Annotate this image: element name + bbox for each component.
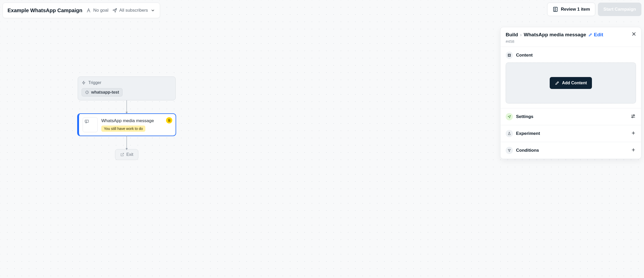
close-button[interactable]: [631, 31, 636, 38]
panel-subtitle: #458: [506, 39, 636, 44]
section-settings: Settings: [500, 108, 641, 125]
sliders-icon: [630, 113, 636, 120]
chevron-down-icon: [151, 8, 155, 13]
section-experiment-title: Experiment: [516, 131, 628, 136]
section-settings-title: Settings: [516, 114, 627, 119]
section-content: Content Add Content: [500, 47, 641, 108]
edit-label: Edit: [594, 32, 603, 38]
start-label: Start Campaign: [603, 7, 636, 12]
trigger-tag-label: whatsapp-test: [91, 90, 119, 95]
checklist-icon: [553, 6, 558, 12]
review-button[interactable]: Review 1 item: [547, 3, 595, 16]
breadcrumb-root[interactable]: Build: [506, 32, 518, 38]
review-label: Review 1 item: [561, 7, 590, 12]
flag-icon: [86, 8, 91, 13]
frame-icon: [506, 52, 513, 59]
details-panel: Build › WhatsApp media message Edit #458…: [500, 27, 641, 159]
connector: [78, 136, 176, 149]
campaign-title[interactable]: Example WhatsApp Campaign: [8, 8, 82, 13]
goal-label: No goal: [93, 8, 109, 13]
exit-node[interactable]: Exit: [115, 149, 138, 160]
exit-icon: [120, 152, 124, 157]
campaign-header: Example WhatsApp Campaign No goal All su…: [3, 3, 160, 18]
status-badge: [166, 117, 172, 123]
svg-point-24: [632, 116, 633, 118]
trigger-node[interactable]: Trigger whatsapp-test: [78, 77, 176, 100]
section-settings-head[interactable]: Settings: [506, 113, 636, 120]
audience-label: All subscribers: [119, 8, 148, 13]
document-icon: [168, 119, 171, 122]
flow-graph: Trigger whatsapp-test WhatsApp media mes…: [78, 77, 176, 160]
svg-marker-3: [82, 81, 85, 84]
exit-label: Exit: [126, 152, 133, 157]
edit-link[interactable]: Edit: [588, 32, 603, 38]
audience-selector[interactable]: All subscribers: [112, 8, 155, 13]
section-content-title: Content: [516, 53, 636, 58]
section-conditions-title: Conditions: [516, 148, 628, 153]
svg-marker-27: [508, 149, 510, 152]
plus-icon: [631, 130, 636, 137]
content-dropzone[interactable]: Add Content: [506, 62, 636, 103]
message-thumbnail: [83, 117, 98, 132]
lightning-icon: [82, 81, 86, 85]
section-conditions: Conditions: [500, 142, 641, 159]
top-actions: Review 1 item Start Campaign: [547, 3, 641, 16]
funnel-icon: [506, 147, 513, 154]
breadcrumb: Build › WhatsApp media message Edit: [506, 32, 636, 38]
add-content-label: Add Content: [562, 81, 587, 85]
breadcrumb-current: WhatsApp media message: [524, 32, 586, 38]
goal-selector[interactable]: No goal: [86, 8, 109, 13]
start-campaign-button: Start Campaign: [598, 3, 641, 16]
pencil-icon: [555, 81, 560, 85]
panel-header: Build › WhatsApp media message Edit #458: [500, 27, 641, 47]
send-icon: [506, 113, 513, 120]
chevron-right-icon: ›: [520, 32, 522, 38]
section-experiment: Experiment: [500, 125, 641, 142]
target-icon: [85, 90, 89, 94]
section-experiment-head[interactable]: Experiment: [506, 130, 636, 137]
trigger-tag[interactable]: whatsapp-test: [82, 88, 123, 96]
connector: [78, 100, 176, 114]
chat-icon: [84, 119, 89, 124]
flask-icon: [506, 130, 513, 137]
svg-marker-6: [126, 112, 128, 114]
pencil-icon: [588, 33, 592, 37]
svg-marker-13: [126, 148, 128, 150]
section-conditions-head[interactable]: Conditions: [506, 147, 636, 154]
message-title: WhatsApp media message: [101, 118, 172, 123]
svg-point-22: [633, 115, 634, 116]
message-node[interactable]: WhatsApp media message You still have wo…: [78, 114, 176, 136]
section-content-head[interactable]: Content: [506, 52, 636, 59]
trigger-header: Trigger: [82, 80, 172, 85]
trigger-label: Trigger: [88, 80, 101, 85]
send-icon: [112, 8, 117, 13]
close-icon: [631, 31, 636, 37]
message-body: WhatsApp media message You still have wo…: [101, 117, 172, 132]
add-content-button[interactable]: Add Content: [550, 77, 592, 89]
plus-icon: [631, 147, 636, 154]
message-warning-badge: You still have work to do: [101, 126, 145, 132]
svg-rect-7: [85, 120, 89, 122]
